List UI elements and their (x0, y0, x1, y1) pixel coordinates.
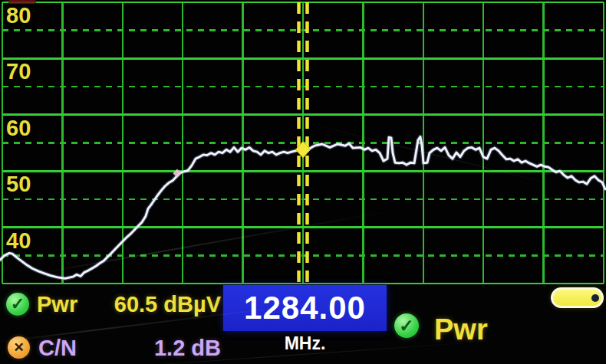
pwr-status-check-icon: ✓ (6, 293, 29, 316)
cn-status-cross-icon: ✕ (8, 336, 30, 359)
cn-value: 1.2 dB (91, 336, 221, 361)
status-bar: ✓ Pwr 60.5 dBµV ✕ C/N 1.2 dB 1284.00 MHz… (0, 284, 606, 364)
mode-status-check-icon[interactable]: ✓ (394, 313, 419, 338)
check-glyph: ✓ (399, 317, 413, 335)
check-glyph: ✓ (11, 296, 25, 313)
cross-glyph: ✕ (13, 341, 24, 354)
spectrum-chart: 8070605040 (0, 0, 606, 284)
cn-label: C/N (38, 336, 77, 361)
y-axis-tick-label: 40 (6, 228, 31, 253)
mode-button-label[interactable]: Pwr (434, 313, 488, 346)
pwr-value: 60.5 dBµV (91, 292, 221, 317)
battery-tip-dot (591, 294, 599, 302)
y-axis-tick-label: 80 (6, 3, 31, 28)
cutoff-top-text (8, 0, 36, 4)
frequency-display[interactable]: 1284.00 (223, 285, 387, 331)
y-axis-tick-label: 50 (6, 172, 31, 196)
spectrum-area: 8070605040 (0, 0, 606, 284)
y-axis-tick-label: 70 (6, 59, 31, 84)
pwr-label: Pwr (37, 292, 77, 317)
meter-screen: 8070605040 ✓ Pwr 60.5 dBµV ✕ C/N 1.2 dB … (0, 0, 606, 364)
frequency-value: 1284.00 (244, 290, 366, 326)
battery-icon (551, 287, 604, 308)
frequency-unit: MHz. (223, 333, 387, 354)
y-axis-tick-label: 60 (6, 116, 31, 140)
